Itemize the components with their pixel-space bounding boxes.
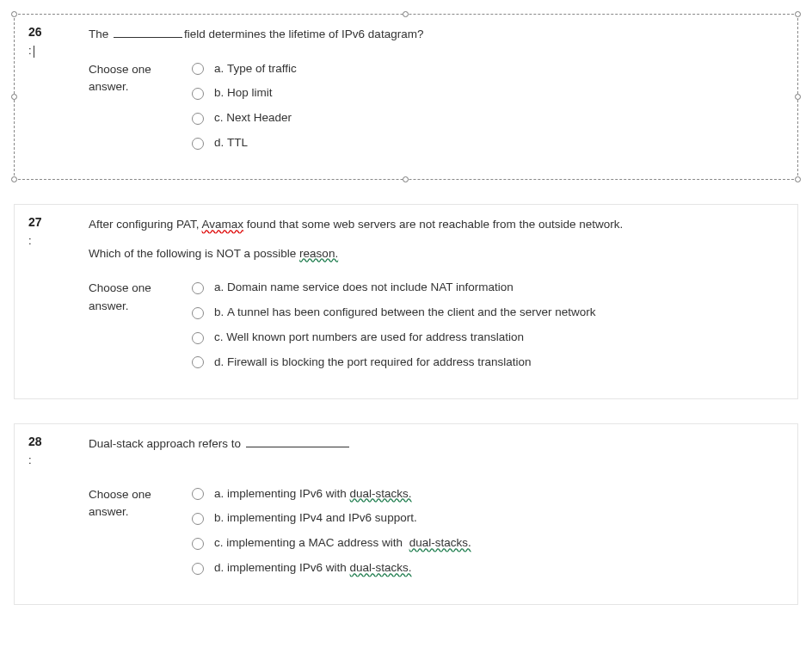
grammar-mark: reason. — [299, 247, 338, 260]
radio-option-b[interactable] — [192, 513, 204, 525]
selection-handle[interactable] — [11, 176, 17, 182]
selection-handle[interactable] — [11, 94, 17, 100]
options-list: a. Domain name service does not include … — [192, 280, 784, 379]
options-list: a. implementing IPv6 with dual-stacks. b… — [192, 486, 784, 586]
choose-one-label: Choose one answer. — [89, 280, 192, 315]
option-text: Firewall is blocking the port required f… — [227, 355, 531, 371]
option-text: implementing IPv6 with dual-stacks. — [227, 486, 412, 503]
option-letter: a. — [214, 61, 224, 77]
selection-handle[interactable] — [403, 11, 409, 17]
option-c[interactable]: c. Well known port numbers are used for … — [192, 330, 784, 346]
option-a[interactable]: a. implementing IPv6 with dual-stacks. — [192, 486, 784, 503]
option-letter: b. — [214, 510, 224, 527]
radio-option-d[interactable] — [192, 563, 204, 575]
option-a[interactable]: a. Type of traffic — [192, 61, 784, 77]
option-text: A tunnel has been configured between the… — [227, 305, 596, 321]
option-b[interactable]: b. A tunnel has been configured between … — [192, 305, 784, 321]
option-c[interactable]: c. implementing a MAC address with dual-… — [192, 535, 784, 552]
option-letter: d. — [214, 355, 224, 371]
option-letter: a. — [214, 280, 224, 296]
option-d[interactable]: d. implementing IPv6 with dual-stacks. — [192, 560, 784, 577]
radio-option-b[interactable] — [192, 88, 204, 100]
question-text: The field determines the lifetime of IPv… — [89, 25, 784, 44]
option-text: TTL — [227, 135, 248, 151]
question-text: Dual-stack approach refers to — [89, 435, 784, 453]
question-28: 28 : Dual-stack approach refers to Choos… — [14, 423, 798, 605]
option-text: implementing IPv6 with dual-stacks. — [227, 560, 412, 577]
question-number: 28 : — [28, 435, 89, 466]
selection-handle[interactable] — [403, 176, 409, 182]
radio-option-a[interactable] — [192, 63, 204, 75]
question-text: After configuring PAT, Avamax found that… — [89, 215, 784, 262]
option-letter: b. — [214, 305, 224, 321]
blank-field — [246, 447, 349, 447]
option-letter: d. — [214, 135, 224, 151]
question-number: 26 : — [28, 25, 89, 58]
option-d[interactable]: d. TTL — [192, 135, 784, 151]
options-list: a. Type of traffic b. Hop limit c. Next … — [192, 61, 784, 161]
radio-option-c[interactable] — [192, 113, 204, 125]
radio-option-d[interactable] — [192, 138, 204, 150]
option-letter: a. — [214, 486, 224, 503]
radio-option-d[interactable] — [192, 356, 204, 368]
radio-option-b[interactable] — [192, 307, 204, 319]
radio-option-c[interactable] — [192, 332, 204, 344]
selection-handle[interactable] — [795, 176, 801, 182]
question-number: 27 : — [28, 215, 89, 247]
selection-handle[interactable] — [795, 94, 801, 100]
option-d[interactable]: d. Firewall is blocking the port require… — [192, 355, 784, 371]
option-text: implementing a MAC address with dual-sta… — [226, 535, 471, 552]
question-27: 27 : After configuring PAT, Avamax found… — [14, 204, 798, 399]
option-letter: c. — [214, 535, 224, 552]
option-letter: c. — [214, 330, 224, 346]
spellcheck-error: Avamax — [202, 218, 244, 231]
option-b[interactable]: b. implementing IPv4 and IPv6 support. — [192, 510, 784, 527]
option-text: Well known port numbers are used for add… — [226, 330, 524, 346]
blank-field — [114, 37, 182, 38]
option-letter: c. — [214, 110, 224, 126]
option-a[interactable]: a. Domain name service does not include … — [192, 280, 784, 296]
choose-one-label: Choose one answer. — [89, 61, 192, 96]
option-b[interactable]: b. Hop limit — [192, 85, 784, 102]
text-cursor — [34, 46, 34, 58]
option-text: Next Header — [226, 110, 292, 126]
option-text: implementing IPv4 and IPv6 support. — [227, 510, 417, 527]
selection-handle[interactable] — [795, 11, 801, 17]
question-26: 26 : The field determines the lifetime o… — [14, 14, 798, 180]
option-text: Domain name service does not include NAT… — [227, 280, 514, 296]
selection-handle[interactable] — [11, 11, 17, 17]
option-text: Type of traffic — [227, 61, 297, 77]
option-letter: d. — [214, 560, 224, 577]
option-text: Hop limit — [227, 85, 273, 102]
choose-one-label: Choose one answer. — [89, 486, 192, 521]
radio-option-a[interactable] — [192, 282, 204, 294]
radio-option-c[interactable] — [192, 538, 204, 550]
option-c[interactable]: c. Next Header — [192, 110, 784, 126]
option-letter: b. — [214, 85, 224, 102]
radio-option-a[interactable] — [192, 488, 204, 500]
